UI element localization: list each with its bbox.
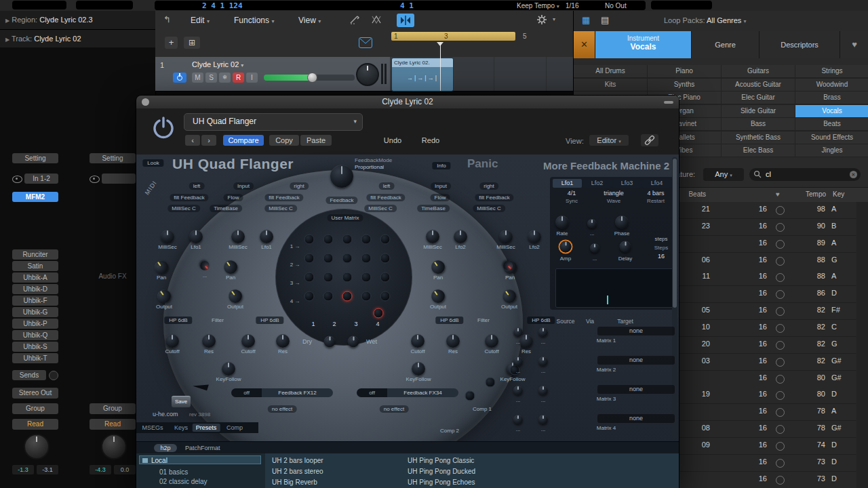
mod-target-value[interactable]: none bbox=[597, 356, 675, 365]
audio-region[interactable]: Clyde Lyric 02. →|→|→| bbox=[391, 58, 454, 92]
loop-packs-dropdown[interactable]: Loop Packs: All Genres ▾ bbox=[664, 16, 746, 24]
matrix-knob[interactable] bbox=[342, 235, 353, 245]
group-button[interactable]: Group bbox=[90, 403, 136, 414]
category-cell[interactable]: Jingles bbox=[795, 144, 868, 157]
setting-button[interactable]: Setting bbox=[90, 153, 136, 163]
track-name[interactable]: Clyde Lyric 02 ▾ bbox=[192, 60, 243, 68]
transport-button[interactable] bbox=[651, 1, 712, 9]
volume-slider[interactable] bbox=[264, 75, 355, 81]
favorite-toggle[interactable] bbox=[776, 273, 785, 282]
cutoff-knob[interactable] bbox=[165, 334, 179, 348]
comp-knob[interactable] bbox=[486, 378, 496, 388]
output-button[interactable]: Stereo Out bbox=[12, 388, 58, 399]
lfo-restart-value[interactable]: 4 bars bbox=[647, 190, 664, 197]
lfo-sync-value[interactable]: 4/1 bbox=[568, 190, 576, 197]
category-cell[interactable]: Bass bbox=[722, 118, 795, 130]
favorite-toggle[interactable] bbox=[776, 358, 785, 367]
menu-edit[interactable]: Edit ▾ bbox=[191, 16, 210, 25]
folder-item[interactable]: 02 classic delay bbox=[139, 477, 261, 486]
matrix-knob[interactable] bbox=[304, 272, 315, 283]
comp-knob[interactable] bbox=[465, 391, 475, 401]
preset-item[interactable]: UH 2 bars looper bbox=[272, 457, 323, 464]
matrix-knob[interactable] bbox=[342, 291, 353, 302]
hp-filter-button[interactable]: HP 6dB bbox=[527, 317, 555, 324]
eye-icon[interactable] bbox=[12, 176, 22, 183]
track-header-strip[interactable]: 1 Clyde Lyric 02 ▾ M S ❄ R I bbox=[155, 57, 390, 91]
category-cell[interactable]: Guitars bbox=[722, 65, 795, 77]
feedback-mode-value[interactable]: Proportional bbox=[355, 164, 384, 170]
tab-descriptors[interactable]: Descriptors bbox=[760, 31, 840, 58]
matrix-knob[interactable] bbox=[304, 235, 315, 245]
col-tempo[interactable]: Tempo bbox=[806, 190, 826, 198]
mod-source-knob[interactable] bbox=[513, 357, 523, 366]
favorite-toggle[interactable] bbox=[776, 290, 785, 299]
grid-view-icon[interactable]: ▦ bbox=[582, 15, 590, 25]
compare-button[interactable]: Compare bbox=[223, 135, 264, 146]
ruler[interactable]: 1 3 5 bbox=[390, 31, 573, 58]
chevron-down-icon[interactable]: ▾ bbox=[553, 16, 555, 22]
category-cell[interactable]: Synths bbox=[648, 79, 721, 91]
clear-search-icon[interactable]: ✕ bbox=[850, 171, 857, 178]
mod-via-knob[interactable] bbox=[538, 386, 548, 395]
favorite-toggle[interactable] bbox=[776, 391, 785, 400]
info-button[interactable]: Info bbox=[432, 162, 450, 169]
undo-button[interactable]: Undo bbox=[378, 135, 408, 146]
lfo-amp-knob[interactable] bbox=[560, 241, 572, 253]
insert-slot[interactable]: Uhbik-D bbox=[12, 284, 58, 294]
dry-knob[interactable] bbox=[324, 336, 336, 348]
menu-functions[interactable]: Functions ▾ bbox=[234, 16, 274, 25]
preset-item[interactable]: UH Ping Pong Echoes bbox=[408, 479, 475, 486]
fx34-name[interactable]: Feedback FX34 bbox=[387, 388, 458, 397]
duplicate-track-button[interactable]: ⊞ bbox=[184, 37, 200, 49]
matrix-knob[interactable] bbox=[374, 308, 384, 319]
power-icon[interactable] bbox=[153, 117, 174, 141]
mod-target-value[interactable]: none bbox=[597, 327, 675, 336]
plugin-titlebar[interactable]: Clyde Lyric 02 bbox=[136, 96, 679, 109]
region-header[interactable]: ▶ Region: Clyde Lyric 02.3 bbox=[0, 11, 155, 30]
matrix-knob[interactable] bbox=[323, 272, 334, 283]
transport-button[interactable] bbox=[76, 1, 133, 9]
matrix-knob[interactable] bbox=[380, 291, 391, 302]
freeze-icon[interactable]: ❄ bbox=[219, 73, 231, 83]
lfo1-knob[interactable] bbox=[260, 230, 273, 243]
link-button[interactable] bbox=[641, 134, 658, 146]
track-power-button[interactable] bbox=[173, 73, 186, 83]
millisec-knob[interactable] bbox=[231, 230, 245, 243]
mod-source-knob[interactable] bbox=[513, 386, 523, 395]
pan-knob[interactable] bbox=[24, 434, 50, 460]
category-cell[interactable]: Elec Bass bbox=[722, 144, 795, 157]
favorite-toggle[interactable] bbox=[776, 459, 785, 468]
uhe-site-link[interactable]: u-he.com bbox=[153, 411, 178, 418]
lfo2-knob[interactable] bbox=[454, 230, 467, 243]
menu-view[interactable]: View ▾ bbox=[298, 16, 321, 25]
division-value[interactable]: 1/16 bbox=[566, 2, 578, 9]
matrix-knob[interactable] bbox=[361, 291, 372, 302]
keyfollow-knob[interactable] bbox=[412, 362, 425, 375]
clear-filters-button[interactable]: ✕ bbox=[574, 31, 595, 58]
search-input[interactable]: cl ✕ bbox=[749, 168, 861, 181]
matrix-knob[interactable] bbox=[323, 291, 334, 302]
insert-slot[interactable]: Uhbik-T bbox=[12, 353, 58, 363]
fx12-toggle[interactable]: off bbox=[231, 388, 262, 397]
matrix-knob[interactable] bbox=[323, 235, 334, 245]
track-content[interactable]: Clyde Lyric 02. →|→|→| bbox=[390, 57, 573, 91]
preset-item[interactable]: UH Ping Pong Ducked bbox=[408, 468, 475, 475]
millisec-knob[interactable] bbox=[161, 230, 174, 243]
favorite-toggle[interactable] bbox=[776, 206, 785, 215]
mod-source-knob[interactable] bbox=[513, 415, 523, 424]
add-track-button[interactable]: + bbox=[165, 37, 178, 49]
pencil-tool-icon[interactable] bbox=[349, 14, 360, 25]
folder-item[interactable]: Local bbox=[139, 455, 261, 464]
col-key[interactable]: Key bbox=[833, 190, 844, 198]
group-button[interactable]: Group bbox=[12, 403, 58, 414]
matrix-knob[interactable] bbox=[380, 253, 391, 264]
feedback-knob[interactable] bbox=[330, 165, 353, 188]
favorite-toggle[interactable] bbox=[776, 324, 785, 333]
cutoff-knob[interactable] bbox=[241, 334, 255, 348]
record-enable-button[interactable]: R bbox=[233, 73, 244, 83]
redo-button[interactable]: Redo bbox=[416, 135, 446, 146]
category-cell[interactable]: Strings bbox=[795, 65, 868, 77]
category-cell[interactable]: Elec Guitar bbox=[722, 92, 795, 104]
favorite-toggle[interactable] bbox=[776, 240, 785, 249]
col-beats[interactable]: Beats bbox=[688, 190, 706, 198]
